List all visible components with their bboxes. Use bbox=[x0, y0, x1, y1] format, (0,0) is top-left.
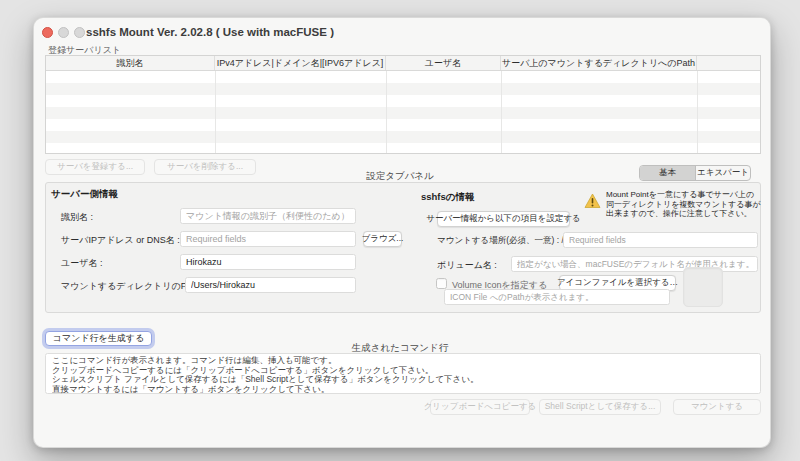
command-help-line: 直接マウントするには「マウントする」ボタンをクリックして下さい。 bbox=[52, 385, 754, 395]
generate-command-button[interactable]: コマンド行を生成する bbox=[45, 331, 152, 346]
settings-tabs: 基本 エキスパート bbox=[639, 165, 751, 181]
user-label: ユーザ名 : bbox=[61, 257, 102, 270]
warning-line: Mount Pointを一意にする事でサーバ上の bbox=[606, 190, 761, 200]
identifier-input[interactable] bbox=[180, 208, 356, 224]
volume-icon-checkbox[interactable] bbox=[436, 278, 447, 289]
user-input[interactable] bbox=[180, 254, 356, 270]
command-line-textarea[interactable]: ここにコマンド行が表示されます。コマンド行は編集、挿入も可能です。 クリップボー… bbox=[45, 353, 761, 394]
tab-basic[interactable]: 基本 bbox=[640, 166, 695, 180]
column-header-identifier[interactable]: 識別名 bbox=[46, 56, 215, 70]
warning-line: 同一ディレクトリを複数マウントする事が bbox=[606, 200, 761, 210]
close-button-icon[interactable] bbox=[42, 27, 53, 38]
column-divider bbox=[501, 71, 502, 153]
copy-to-clipboard-button[interactable]: クリップボードへコピーする bbox=[430, 399, 530, 415]
column-divider bbox=[386, 71, 387, 153]
app-window: sshfs Mount Ver. 2.02.8 ( Use with macFU… bbox=[33, 17, 771, 448]
path-input[interactable] bbox=[185, 277, 356, 293]
address-input[interactable] bbox=[180, 231, 356, 247]
icon-path-input[interactable] bbox=[444, 289, 670, 305]
mount-button[interactable]: マウントする bbox=[673, 399, 761, 415]
remove-server-button[interactable]: サーバを削除する... bbox=[154, 159, 256, 175]
warning-icon bbox=[584, 190, 606, 219]
column-header-path[interactable]: サーバ上のマウントするディレクトリへのPath bbox=[501, 56, 697, 70]
server-list-body[interactable] bbox=[46, 71, 760, 153]
sshfs-form-title: sshfsの情報 bbox=[421, 191, 475, 204]
volume-name-label: ボリューム名 : bbox=[437, 259, 497, 272]
window-title: sshfs Mount Ver. 2.02.8 ( Use with macFU… bbox=[86, 26, 334, 38]
browse-button[interactable]: ブラウズ... bbox=[363, 231, 402, 247]
column-header-user[interactable]: ユーザ名 bbox=[386, 56, 501, 70]
command-help-line: シェルスクリプト ファイルとして保存するには「Shell Scriptとして保存… bbox=[52, 375, 754, 385]
address-label: サーバIPアドレス or DNS名 : bbox=[61, 234, 180, 247]
volume-icon-well[interactable] bbox=[683, 267, 723, 307]
column-header-address[interactable]: IPv4アドレス|ドメイン名|[IPV6アドレス] bbox=[215, 56, 386, 70]
register-server-button[interactable]: サーバを登録する... bbox=[45, 159, 145, 175]
server-form-title: サーバー側情報 bbox=[51, 188, 118, 201]
column-header-spacer bbox=[697, 56, 760, 70]
server-list-header: 識別名 IPv4アドレス|ドメイン名|[IPV6アドレス] ユーザ名 サーバ上の… bbox=[46, 56, 760, 71]
identifier-label: 識別名 : bbox=[61, 211, 93, 224]
apply-server-info-button[interactable]: サーバー情報から以下の項目を設定する bbox=[437, 211, 570, 227]
zoom-button-icon[interactable] bbox=[74, 27, 85, 38]
column-divider bbox=[697, 71, 698, 153]
save-shell-script-button[interactable]: Shell Scriptとして保存する... bbox=[539, 399, 661, 415]
mount-point-warning: Mount Pointを一意にする事でサーバ上の 同一ディレクトリを複数マウント… bbox=[584, 190, 759, 219]
mount-point-input[interactable] bbox=[563, 232, 758, 248]
minimize-button-icon[interactable] bbox=[58, 27, 69, 38]
command-help-line: クリップボードへコピーするには「クリップボードへコピーする」ボタンをクリックして… bbox=[52, 366, 754, 376]
warning-line: 出来ますので、操作に注意して下さい。 bbox=[606, 209, 761, 219]
titlebar: sshfs Mount Ver. 2.02.8 ( Use with macFU… bbox=[34, 18, 770, 46]
server-list-table[interactable]: 識別名 IPv4アドレス|ドメイン名|[IPV6アドレス] ユーザ名 サーバ上の… bbox=[45, 55, 761, 154]
command-help-line: ここにコマンド行が表示されます。コマンド行は編集、挿入も可能です。 bbox=[52, 356, 754, 366]
column-divider bbox=[215, 71, 216, 153]
tab-expert[interactable]: エキスパート bbox=[695, 166, 750, 180]
